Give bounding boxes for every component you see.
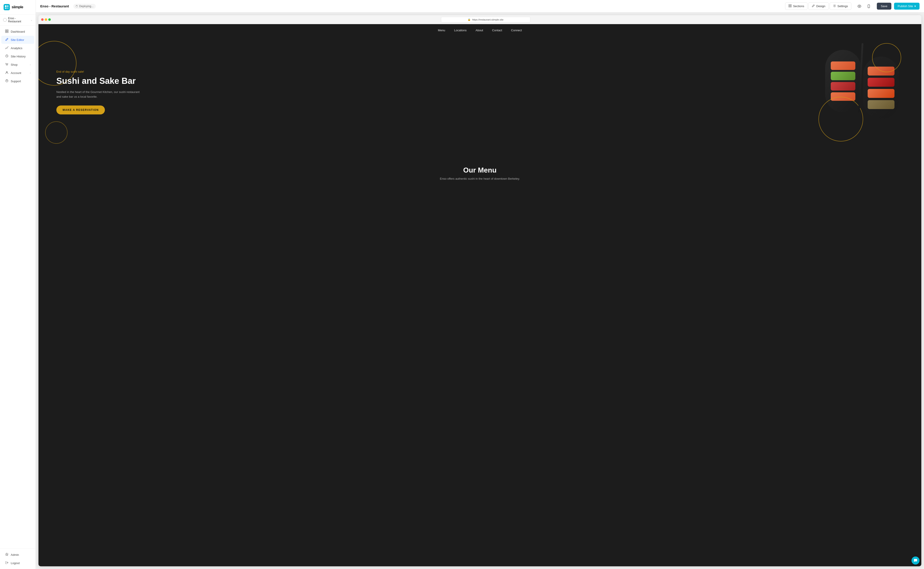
site-nav: Menu Locations About Contact Connect <box>38 24 921 37</box>
sidebar-item-account[interactable]: Account › <box>2 69 34 77</box>
site-nav-locations[interactable]: Locations <box>454 29 467 32</box>
site-history-icon <box>5 54 9 58</box>
account-label: Account <box>11 71 21 75</box>
logo-text: siimple <box>12 5 23 9</box>
deco-circle-sushi-1 <box>819 97 863 141</box>
hero-title: Sushi and Sake Bar <box>56 76 141 86</box>
sections-button[interactable]: Sections <box>785 3 808 10</box>
sidebar: siimple Enso - Restaurant ⌄ Dashboard <box>0 0 36 569</box>
site-selector-chevron-icon: ⌄ <box>30 19 32 21</box>
hero-subtitle: End of day sushi sale! <box>56 70 141 73</box>
design-button[interactable]: Design <box>808 3 828 10</box>
site-nav-contact[interactable]: Contact <box>492 29 502 32</box>
sushi-tuna <box>831 82 855 91</box>
svg-point-13 <box>6 81 7 82</box>
website-preview: Menu Locations About Contact Connect End… <box>38 24 921 566</box>
logout-icon <box>5 561 9 565</box>
hero-description: Nestled in the heart of the Gourmet Kitc… <box>56 90 141 99</box>
main-content: Enso - Restaurant Deploying... Sections <box>36 0 924 569</box>
view-icons <box>856 3 872 10</box>
logout-label: Logout <box>11 561 20 565</box>
deploying-text: Deploying... <box>79 5 93 8</box>
svg-rect-16 <box>789 6 790 7</box>
sushi-image <box>819 46 903 135</box>
admin-label: Admin <box>11 553 19 557</box>
site-editor-icon <box>5 38 9 42</box>
browser-close-dot[interactable] <box>41 18 44 21</box>
deploying-spinner-icon <box>76 5 78 8</box>
browser-minimize-dot[interactable] <box>45 18 47 21</box>
deploying-status: Deploying... <box>73 4 96 9</box>
sidebar-item-dashboard[interactable]: Dashboard <box>2 27 34 35</box>
svg-point-21 <box>869 7 869 8</box>
svg-rect-5 <box>7 30 8 31</box>
site-title: Enso - Restaurant <box>40 4 69 8</box>
nav-bottom: Admin Logout <box>0 548 35 569</box>
settings-label: Settings <box>837 5 848 8</box>
svg-rect-6 <box>5 32 7 33</box>
publish-chevron-icon: ▾ <box>914 5 916 8</box>
svg-rect-3 <box>7 8 9 9</box>
account-chevron-icon: › <box>30 72 30 74</box>
svg-rect-4 <box>5 30 7 31</box>
shop-label: Shop <box>11 63 17 66</box>
site-nav-menu[interactable]: Menu <box>438 29 445 32</box>
publish-label: Publish Site <box>898 5 913 8</box>
url-lock-icon: 🔒 <box>468 18 471 21</box>
svg-rect-17 <box>790 6 791 7</box>
svg-rect-15 <box>790 5 791 6</box>
sidebar-item-site-editor[interactable]: Site Editor <box>2 36 34 44</box>
sushi-salmon <box>831 61 855 70</box>
svg-rect-1 <box>7 5 9 7</box>
svg-point-10 <box>7 65 8 65</box>
site-dot-icon <box>3 18 7 22</box>
sidebar-item-support[interactable]: Support <box>2 77 34 85</box>
browser-frame: 🔒 https://restaurant.siimple.site Menu L… <box>38 15 921 566</box>
deco-circle-sushi-2 <box>872 43 901 72</box>
browser-url: https://restaurant.siimple.site <box>472 18 503 21</box>
browser-url-bar[interactable]: 🔒 https://restaurant.siimple.site <box>441 17 531 23</box>
topbar: Enso - Restaurant Deploying... Sections <box>36 0 924 12</box>
mobile-view-icon[interactable] <box>865 3 872 10</box>
browser-chrome: 🔒 https://restaurant.siimple.site <box>38 15 921 24</box>
editor-btn-group: Sections Design Settings <box>785 3 851 10</box>
chat-bubble-button[interactable] <box>912 557 919 564</box>
save-button[interactable]: Save <box>877 3 892 10</box>
reservation-button[interactable]: MAKE A RESERVATION <box>56 105 105 114</box>
support-label: Support <box>11 79 21 83</box>
svg-rect-14 <box>789 5 790 6</box>
site-selector[interactable]: Enso - Restaurant ⌄ <box>0 15 35 26</box>
sidebar-item-admin[interactable]: Admin <box>2 551 34 559</box>
sidebar-item-analytics[interactable]: Analytics <box>2 44 34 52</box>
site-nav-connect[interactable]: Connect <box>511 29 522 32</box>
sushi-avocado <box>831 72 855 80</box>
support-icon <box>5 79 9 83</box>
menu-subtitle: Enso offers authentic sushi in the heart… <box>47 177 912 180</box>
shop-chevron-icon: › <box>30 64 30 66</box>
svg-point-18 <box>834 5 835 6</box>
preview-icon[interactable] <box>856 3 863 10</box>
site-editor-label: Site Editor <box>11 38 24 41</box>
analytics-label: Analytics <box>11 47 22 50</box>
deco-circle-small <box>45 121 67 144</box>
sections-icon <box>788 4 791 8</box>
sidebar-item-site-history[interactable]: Site History <box>2 52 34 60</box>
sidebar-item-shop[interactable]: Shop › <box>2 61 34 68</box>
sections-label: Sections <box>793 5 804 8</box>
logo-icon <box>4 4 10 10</box>
dashboard-icon <box>5 29 9 33</box>
site-nav-about[interactable]: About <box>476 29 483 32</box>
publish-button[interactable]: Publish Site ▾ <box>894 3 919 10</box>
hero-image-area <box>141 46 903 139</box>
browser-traffic-lights <box>41 18 51 21</box>
settings-button[interactable]: Settings <box>829 3 851 10</box>
sidebar-item-logout[interactable]: Logout <box>2 559 34 567</box>
site-name: Enso - Restaurant <box>8 17 29 23</box>
nav-section: Dashboard Site Editor Analytics <box>0 26 35 548</box>
menu-title: Our Menu <box>47 166 912 174</box>
analytics-icon <box>5 46 9 50</box>
admin-icon <box>5 553 9 557</box>
design-icon <box>812 4 815 8</box>
browser-maximize-dot[interactable] <box>48 18 51 21</box>
account-icon <box>5 71 9 75</box>
